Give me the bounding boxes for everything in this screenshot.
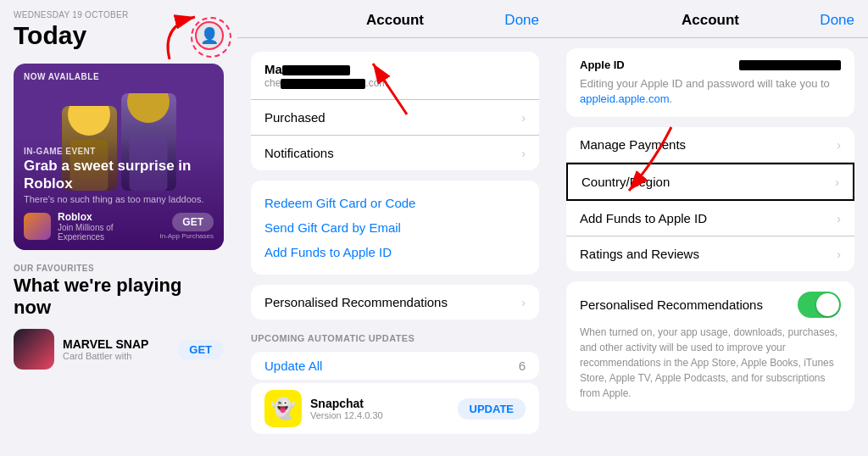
get-button-roblox[interactable]: GET <box>172 213 214 231</box>
email-redacted <box>281 79 365 89</box>
personalised-rec-label: Personalised Recommendations <box>264 295 448 309</box>
gift-card-section: Redeem Gift Card or Code Send Gift Card … <box>251 181 539 275</box>
apple-id-section: Apple ID Editing your Apple ID and passw… <box>566 48 854 117</box>
roblox-icon <box>24 213 51 240</box>
account-details-header: Account Done <box>553 0 868 38</box>
notifications-chevron: › <box>521 147 526 160</box>
date-label: Wednesday 19 October <box>14 10 224 19</box>
featured-app-tagline: Join Millions of Experiences <box>58 223 159 242</box>
update-all-row[interactable]: Update All 6 <box>251 352 539 380</box>
featured-card[interactable]: NOW AVAILABLE IN-GAME EVENT Grab a sweet… <box>14 64 224 250</box>
personalised-rec-section: Personalised Recommendations › <box>251 285 539 320</box>
update-all-label: Update All <box>264 359 322 373</box>
country-region-label: Country/Region <box>581 175 670 189</box>
account-user-card: Ma che.com Purchased › Notifications › <box>251 52 539 170</box>
personalised-toggle-switch[interactable] <box>798 292 841 318</box>
ratings-reviews-label: Ratings and Reviews <box>580 247 699 261</box>
featured-app-name: Roblox <box>58 211 159 223</box>
panel-today: Wednesday 19 October Today 👤 NOW AVAILAB… <box>0 0 237 456</box>
account-user-name: Ma <box>264 62 526 76</box>
snapchat-icon: 👻 <box>264 390 302 427</box>
manage-payments-chevron: › <box>837 138 841 152</box>
account-header: Account Done <box>237 0 553 38</box>
account-settings-section: Manage Payments › Country/Region › Add F… <box>566 127 854 271</box>
person-icon: 👤 <box>200 26 219 45</box>
marvel-snap-name: MARVEL SNAP <box>63 337 169 351</box>
toggle-knob <box>816 293 839 316</box>
account-avatar-button[interactable]: 👤 <box>195 21 224 50</box>
manage-payments-label: Manage Payments <box>580 137 686 152</box>
today-header: Wednesday 19 October Today 👤 <box>0 0 237 57</box>
country-region-row[interactable]: Country/Region › <box>566 163 854 201</box>
update-count: 6 <box>519 359 526 373</box>
notifications-row[interactable]: Notifications › <box>251 136 539 170</box>
purchased-chevron: › <box>521 111 526 125</box>
playing-now-title: What we're playing now <box>14 275 224 319</box>
in-app-label: In-App Purchases <box>159 232 214 240</box>
ratings-reviews-chevron: › <box>837 247 841 261</box>
get-button-marvel[interactable]: GET <box>177 340 224 359</box>
marvel-snap-row[interactable]: MARVEL SNAP Card Battler with GET <box>0 322 237 376</box>
notifications-label: Notifications <box>264 146 334 160</box>
apple-id-desc: Editing your Apple ID and password will … <box>580 76 841 107</box>
personalised-toggle-label: Personalised Recommendations <box>580 298 763 312</box>
event-label: IN-GAME EVENT <box>24 147 214 156</box>
country-region-chevron: › <box>835 175 839 189</box>
personalised-toggle-section: Personalised Recommendations When turned… <box>566 281 854 411</box>
our-favourites-label: OUR FAVOURITES <box>14 264 224 273</box>
ratings-reviews-row[interactable]: Ratings and Reviews › <box>566 236 854 271</box>
apple-id-redacted <box>739 60 841 70</box>
marvel-snap-icon <box>14 329 54 370</box>
manage-payments-row[interactable]: Manage Payments › <box>566 127 854 163</box>
personalised-rec-row[interactable]: Personalised Recommendations › <box>251 285 539 320</box>
panel-account: Account Done Ma che.com Purchased › Noti… <box>237 0 553 456</box>
add-funds-link[interactable]: Add Funds to Apple ID <box>264 240 526 264</box>
apple-id-link[interactable]: appleid.apple.com <box>580 92 670 105</box>
apple-id-label: Apple ID <box>580 58 625 71</box>
snapchat-name: Snapchat <box>310 397 449 410</box>
add-funds-label: Add Funds to Apple ID <box>580 211 707 225</box>
name-redacted <box>282 65 350 75</box>
add-funds-row[interactable]: Add Funds to Apple ID › <box>566 201 854 236</box>
featured-title: Grab a sweet surprise in Roblox <box>24 158 214 192</box>
account-details-title: Account <box>682 12 739 29</box>
done-button[interactable]: Done <box>504 12 539 29</box>
personalised-toggle-row: Personalised Recommendations <box>580 292 841 318</box>
send-gift-card-link[interactable]: Send Gift Card by Email <box>264 215 526 240</box>
snapchat-update-row[interactable]: 👻 Snapchat Version 12.4.0.30 UPDATE <box>251 383 539 434</box>
panel-account-details: Account Done Apple ID Editing your Apple… <box>553 0 868 456</box>
today-title: Today <box>14 21 86 50</box>
featured-subtitle: There's no such thing as too many laddoo… <box>24 194 214 204</box>
purchased-label: Purchased <box>264 110 326 125</box>
add-funds-chevron: › <box>837 212 841 225</box>
featured-card-content: IN-GAME EVENT Grab a sweet surprise in R… <box>14 138 224 250</box>
snapchat-version: Version 12.4.0.30 <box>310 410 449 420</box>
upcoming-updates-header: UPCOMING AUTOMATIC UPDATES <box>237 320 553 348</box>
purchased-row[interactable]: Purchased › <box>251 100 539 136</box>
account-user-email: che.com <box>264 77 526 89</box>
personalised-toggle-desc: When turned on, your app usage, download… <box>580 325 841 401</box>
our-favourites-section: OUR FAVOURITES What we're playing now <box>0 257 237 322</box>
redeem-gift-card-link[interactable]: Redeem Gift Card or Code <box>264 191 526 215</box>
update-button-snapchat[interactable]: UPDATE <box>458 398 526 420</box>
account-title: Account <box>366 12 424 29</box>
marvel-snap-tagline: Card Battler with <box>63 351 169 361</box>
done-button-details[interactable]: Done <box>820 12 854 29</box>
account-user-row[interactable]: Ma che.com <box>251 52 539 100</box>
personalised-rec-chevron: › <box>521 296 526 309</box>
